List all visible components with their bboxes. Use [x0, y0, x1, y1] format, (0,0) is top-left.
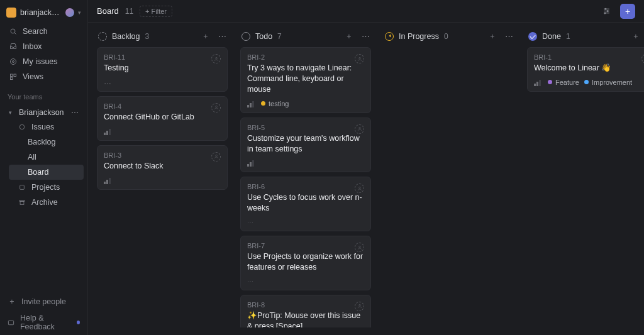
svg-point-23	[358, 187, 360, 189]
label[interactable]: Improvement	[584, 79, 632, 86]
column-header: Todo 7 + ⋯	[240, 30, 372, 47]
nav-label: Projects	[31, 183, 60, 192]
svg-line-1	[14, 33, 16, 34]
user-avatar[interactable]	[65, 8, 74, 17]
issue-title: Try 3 ways to navigate Linear: Command l…	[247, 63, 364, 95]
issue-title: Connect to Slack	[104, 161, 221, 172]
team-name: Brianjackson	[19, 108, 64, 117]
priority-icon	[534, 79, 543, 86]
chevron-down-icon: ▾	[78, 9, 81, 16]
column-add-button[interactable]: +	[343, 32, 355, 41]
assignee-placeholder-icon[interactable]	[355, 243, 364, 252]
svg-point-2	[11, 59, 16, 65]
issue-id: BRI-1	[534, 53, 644, 61]
archive-icon	[18, 199, 26, 206]
label-swatch-icon	[261, 101, 265, 106]
view-options-button[interactable]	[599, 4, 614, 19]
page-count: 11	[125, 7, 133, 16]
status-backlog-icon	[98, 32, 107, 41]
nav-all[interactable]: All	[9, 150, 84, 165]
svg-point-20	[215, 155, 217, 157]
nav-backlog[interactable]: Backlog	[9, 135, 84, 150]
issue-card[interactable]: BRI-6 Use Cycles to focus work over n-we…	[240, 177, 371, 231]
svg-point-21	[358, 57, 360, 59]
new-issue-button[interactable]: +	[620, 4, 635, 19]
issue-title: Connect GitHub or GitLab	[104, 112, 221, 123]
card-footer: ⋯	[247, 278, 364, 285]
svg-point-24	[358, 246, 360, 248]
column-title: Done	[542, 32, 561, 41]
priority-icon	[247, 100, 256, 107]
nav-projects[interactable]: Projects	[9, 180, 84, 195]
issue-title: Use Projects to organize work for featur…	[247, 251, 364, 273]
help-feedback[interactable]: Help & Feedback	[0, 310, 87, 335]
team-row[interactable]: ▾ Brianjackson ⋯	[4, 106, 84, 119]
assignee-placeholder-icon[interactable]	[211, 54, 221, 63]
nav-views[interactable]: Views	[4, 69, 84, 84]
column-more-button[interactable]: ⋯	[503, 31, 514, 41]
card-footer	[104, 177, 221, 184]
team-more-icon[interactable]: ⋯	[71, 108, 79, 117]
issue-card[interactable]: BRI-4 Connect GitHub or GitLab	[97, 96, 228, 141]
nav-archive[interactable]: Archive	[9, 195, 84, 210]
column-add-button[interactable]: +	[487, 32, 498, 41]
my-issues-icon	[9, 58, 18, 65]
assignee-placeholder-icon[interactable]	[355, 184, 364, 193]
nav-issues[interactable]: Issues	[9, 119, 84, 135]
svg-rect-6	[11, 77, 13, 80]
column-title: In Progress	[399, 32, 439, 41]
issue-card[interactable]: BRI-3 Connect to Slack	[97, 145, 228, 190]
nav-label: Archive	[31, 198, 58, 207]
issue-title: Customize your team's workflow in team s…	[247, 133, 364, 155]
svg-point-19	[215, 106, 217, 108]
svg-point-0	[11, 29, 15, 33]
column-add-button[interactable]: +	[200, 32, 211, 41]
column-more-button[interactable]: ⋯	[216, 31, 228, 41]
plus-icon: +	[625, 6, 630, 16]
issue-card[interactable]: BRI-8 ✨ProTip: Mouse over this issue & p…	[240, 295, 371, 327]
nav-inbox[interactable]: Inbox	[4, 39, 84, 54]
column-title: Todo	[255, 32, 272, 41]
column-cards: BRI-2 Try 3 ways to navigate Linear: Com…	[240, 47, 372, 327]
column-count: 1	[566, 32, 570, 41]
nav-my-issues[interactable]: My issues	[4, 54, 84, 69]
assignee-placeholder-icon[interactable]	[641, 54, 644, 63]
issue-card[interactable]: BRI-7 Use Projects to organize work for …	[240, 236, 371, 290]
assignee-placeholder-icon[interactable]	[211, 152, 221, 162]
workspace-switcher[interactable]: brianjackson ▾	[0, 4, 87, 21]
issue-title: Use Cycles to focus work over n-weeks	[247, 192, 364, 214]
label[interactable]: testing	[261, 100, 289, 107]
priority-icon	[247, 159, 256, 167]
nav-board[interactable]: Board	[9, 165, 84, 180]
label-name: Improvement	[592, 79, 632, 86]
column-header: In Progress 0 + ⋯	[384, 30, 516, 47]
svg-point-16	[607, 10, 608, 11]
workspace-name: brianjackson	[20, 8, 62, 17]
assignee-placeholder-icon[interactable]	[355, 124, 364, 134]
issue-id: BRI-7	[247, 242, 364, 250]
notification-dot-icon	[77, 321, 80, 324]
svg-point-15	[604, 8, 606, 9]
footer-label: Help & Feedback	[20, 314, 72, 331]
filter-button[interactable]: + Filter	[140, 6, 172, 17]
svg-point-3	[13, 61, 14, 63]
assignee-placeholder-icon[interactable]	[355, 54, 364, 63]
assignee-placeholder-icon[interactable]	[211, 103, 221, 113]
svg-point-17	[604, 13, 605, 14]
issue-id: BRI-6	[247, 183, 364, 190]
column-todo: Todo 7 + ⋯ BRI-2 Try 3 ways to navigate …	[240, 30, 372, 327]
issue-card[interactable]: BRI-11 Testing …	[97, 47, 228, 92]
column-add-button[interactable]: +	[630, 32, 641, 41]
projects-icon	[18, 184, 26, 190]
column-more-button[interactable]: ⋯	[360, 31, 371, 41]
search-icon	[9, 28, 18, 35]
nav-search[interactable]: Search	[4, 24, 84, 39]
issue-card[interactable]: BRI-5 Customize your team's workflow in …	[240, 118, 371, 173]
issue-card[interactable]: BRI-1 Welcome to Linear 👋 Feature Improv…	[527, 47, 644, 92]
label[interactable]: Feature	[548, 79, 579, 86]
views-icon	[9, 73, 18, 80]
label-name: Feature	[555, 79, 579, 86]
invite-people[interactable]: + Invite people	[0, 294, 87, 310]
assignee-placeholder-icon[interactable]	[355, 302, 364, 311]
issue-card[interactable]: BRI-2 Try 3 ways to navigate Linear: Com…	[240, 47, 371, 113]
